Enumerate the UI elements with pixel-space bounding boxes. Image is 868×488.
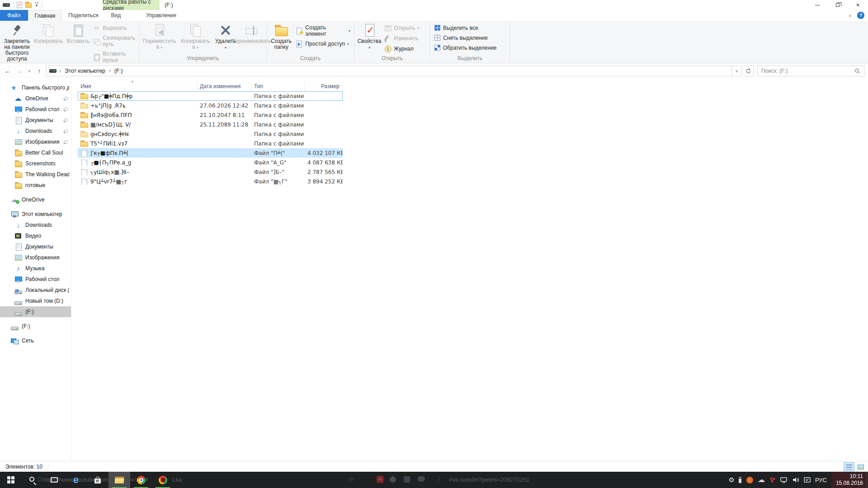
breadcrumb-current-drive[interactable]: (F:) [113, 68, 124, 74]
sidebar-item-this-pc[interactable]: Этот компьютер [0, 209, 71, 220]
new-item-button[interactable]: Создать элемент ▾ [294, 23, 352, 38]
language-indicator[interactable]: РУС [815, 477, 827, 483]
refresh-button[interactable] [744, 66, 754, 76]
table-row[interactable]: gнСэdoyc.╪Нє Папка с файлами [78, 129, 343, 139]
copy-button[interactable]: Копировать [32, 22, 65, 46]
sidebar-item-onedrive-pinned[interactable]: ☁ OneDrive [0, 93, 71, 104]
history-button[interactable]: Журнал [382, 44, 421, 53]
table-row[interactable]: ‖нЯэ@оба.ПFП 21.10.2047 8:11 Папка с фай… [78, 110, 343, 120]
tray-usb-icon[interactable] [738, 476, 742, 483]
sidebar-item-pictures-pinned[interactable]: Изображения [0, 136, 71, 147]
invert-selection-button[interactable]: Обратить выделение [432, 43, 499, 52]
sidebar-item-desktop-pinned[interactable]: Рабочий стол [0, 104, 71, 115]
tray-update-icon[interactable]: ↑ [746, 477, 753, 483]
taskbar-search-button[interactable] [22, 472, 43, 488]
sidebar-item-downloads-pinned[interactable]: ↓ Downloads [0, 126, 71, 136]
taskbar-clock[interactable]: 10:11 15.08.2016 [831, 472, 867, 488]
help-icon[interactable]: ? [857, 12, 864, 19]
taskbar-edge-button[interactable]: e [65, 472, 87, 488]
taskbar-app-button[interactable] [152, 472, 174, 488]
sidebar-item-new-volume-d[interactable]: Новый том (D:) [0, 296, 71, 306]
edit-button[interactable]: Изменить [382, 34, 421, 43]
minimize-button[interactable] [807, 0, 827, 10]
recent-locations-dropdown[interactable]: ∨ [26, 69, 33, 73]
rename-button[interactable]: Переименовать [238, 22, 264, 46]
cut-button[interactable]: ✂ Вырезать [91, 23, 137, 33]
taskbar-chrome-button[interactable] [130, 472, 152, 488]
column-header-size[interactable]: Размер [305, 81, 343, 91]
sidebar-item-documents-pinned[interactable]: Документы [0, 115, 71, 126]
sidebar-item-network[interactable]: Сеть [0, 335, 71, 346]
sidebar-item-the-walking-dead[interactable]: The Walking Dead [0, 169, 71, 180]
sidebar-item-quick-access[interactable]: ★ Панель быстрого дс [0, 82, 71, 93]
sidebar-item-onedrive-root[interactable]: ☁ OneDrive [0, 194, 71, 205]
sidebar-item-documents[interactable]: Документы [0, 241, 71, 252]
collapse-ribbon-icon[interactable]: ∧ [849, 13, 852, 18]
back-button[interactable]: ← [3, 67, 13, 75]
properties-button[interactable]: Свойства▾ [356, 22, 382, 52]
tab-share[interactable]: Поделиться [62, 10, 104, 21]
drive-icon[interactable] [3, 3, 10, 7]
table-row[interactable]: ▦/мсъD}Щ. V/ 25.11.2089 11:28 Папка с фа… [78, 120, 343, 129]
sidebar-item-desktop[interactable]: Рабочий стол [0, 274, 71, 285]
paste-button[interactable]: Вставить [65, 22, 91, 46]
up-button[interactable]: ↑ [34, 67, 44, 75]
address-bar[interactable]: › Этот компьютер › (F:) [46, 66, 732, 76]
open-button[interactable]: Открыть ▾ [382, 23, 421, 33]
tray-network-icon[interactable] [780, 476, 788, 483]
delete-button[interactable]: Удалить▾ [213, 22, 238, 52]
sidebar-item-downloads[interactable]: ↓ Downloads [0, 220, 71, 230]
copy-to-button[interactable]: Копировать в ▾ [178, 22, 213, 52]
new-folder-button[interactable]: Создать папку [269, 22, 294, 52]
sidebar-item-drive-f[interactable]: (F:) [0, 306, 71, 317]
breadcrumb-this-pc[interactable]: Этот компьютер [64, 68, 106, 74]
new-folder-qat-icon[interactable] [25, 3, 32, 8]
tab-manage[interactable]: Управление [140, 10, 183, 21]
sidebar-item-better-call-soul[interactable]: Better Call Soul [0, 147, 71, 158]
sidebar-item-drive-f-root[interactable]: (F:) [0, 321, 71, 332]
pin-to-quick-access-button[interactable]: Закрепить на панели быстрого доступа [2, 22, 32, 63]
column-header-date[interactable]: Дата изменения [197, 81, 251, 91]
sidebar-item-pictures[interactable]: Изображения [0, 252, 71, 263]
sidebar-item-music[interactable]: ♪ Музыка [0, 263, 71, 274]
task-view-button[interactable] [43, 472, 65, 488]
sidebar-item-local-disk-c[interactable]: Локальный диск (C [0, 285, 71, 296]
sidebar-item-screenshots[interactable]: Screenshots [0, 158, 71, 169]
start-button[interactable] [0, 472, 22, 488]
address-dropdown-button[interactable]: ∨ [732, 66, 742, 76]
action-center-icon[interactable] [804, 477, 811, 483]
table-row[interactable]: +ь°jП|g .R7ь 27.06.2026 12:42 Папка с фа… [78, 101, 343, 110]
tray-app-icon[interactable] [769, 477, 776, 483]
select-none-button[interactable]: Снять выделение [432, 33, 499, 42]
sidebar-item-gotovye[interactable]: готовые [0, 180, 71, 191]
details-view-button[interactable] [844, 462, 854, 471]
tab-file[interactable]: Файл [0, 10, 28, 21]
forward-button[interactable]: → [14, 67, 24, 75]
close-button[interactable]: × [848, 0, 868, 10]
table-row[interactable]: Т5°┘ПИi1.vз7 Папка с файлами [78, 139, 343, 148]
sidebar-item-videos[interactable]: Видео [0, 230, 71, 241]
move-to-button[interactable]: Переместить в ▾ [141, 22, 178, 52]
easy-access-button[interactable]: Простой доступ ▾ [294, 39, 352, 48]
column-header-type[interactable]: Тип [251, 81, 305, 91]
table-row[interactable]: ┐уШiq┐x▦.]6– Файл "]Б–" 2 787 565 КБ [78, 167, 343, 177]
column-header-name[interactable]: Имя [78, 81, 197, 91]
select-all-button[interactable]: Выделить все [432, 23, 499, 32]
tray-volume-icon[interactable] [792, 476, 799, 483]
tray-record-icon[interactable] [729, 478, 734, 482]
tray-onedrive-icon[interactable]: ☁ [758, 476, 765, 483]
table-row[interactable]: |'к┬■фПх.П╧| Файл "П╧|" 4 032 107 КБ [78, 148, 343, 158]
table-row[interactable]: ┌■┤П┐ПРе.а_g Файл "А_G" 4 087 638 КБ [78, 158, 343, 167]
customize-qat-dropdown-icon[interactable]: ▾ [35, 3, 38, 7]
taskbar-store-button[interactable] [87, 472, 108, 488]
tab-home[interactable]: Главная [28, 10, 62, 21]
tab-view[interactable]: Вид [104, 10, 127, 21]
table-row[interactable]: 9"Ц┴vr7┴▦┐г Файл "▦┐Г" 3 894 252 КБ [78, 177, 343, 186]
table-row[interactable]: &p┌"■╪Пд.П╪p Папка с файлами [78, 91, 343, 101]
copy-path-button[interactable]: Скопировать путь [91, 34, 137, 48]
properties-qat-icon[interactable] [17, 2, 22, 8]
search-input[interactable]: Поиск: (F:) [757, 66, 864, 76]
paste-shortcut-button[interactable]: Вставить ярлык [91, 50, 137, 64]
restore-button[interactable] [827, 0, 848, 10]
large-icons-view-button[interactable] [855, 462, 866, 471]
